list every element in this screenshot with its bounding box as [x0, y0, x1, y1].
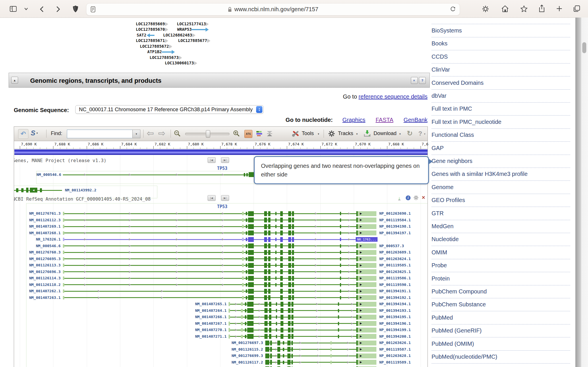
exon[interactable] — [330, 361, 332, 364]
cds-end-box[interactable]: ► — [356, 334, 376, 339]
exon[interactable] — [268, 211, 270, 216]
cds-end-box[interactable]: ► — [356, 341, 376, 345]
transcript-accession-label[interactable]: NM_001407271.1 — [189, 334, 227, 339]
sidebar-item-dbvar[interactable]: dbVar — [432, 89, 570, 103]
exon[interactable] — [276, 302, 277, 306]
neighbor-gene-label[interactable]: SAT2 — [137, 33, 146, 37]
exon[interactable] — [340, 289, 341, 293]
exon[interactable] — [246, 225, 247, 228]
exon[interactable] — [283, 341, 284, 345]
exon[interactable] — [264, 321, 268, 326]
sidebar-item-medgen[interactable]: MedGen — [432, 220, 570, 233]
coordinate-ruler[interactable]: 7,690 K7,688 K7,686 K7,684 K7,682 K7,680… — [14, 141, 428, 149]
zoom-slider-thumb[interactable] — [206, 130, 210, 138]
exon[interactable] — [247, 302, 254, 307]
exon[interactable] — [63, 212, 64, 215]
sidebar-item-functional-class[interactable]: Functional Class — [432, 128, 570, 142]
exon[interactable] — [288, 295, 291, 300]
exon[interactable] — [246, 251, 247, 254]
exon[interactable] — [288, 315, 291, 320]
exon[interactable] — [287, 360, 291, 365]
exon[interactable] — [248, 269, 254, 274]
exon[interactable] — [229, 309, 230, 313]
sidebar-item-gene-neighbors[interactable]: Gene neighbors — [432, 155, 570, 168]
exon[interactable] — [292, 269, 294, 274]
exon[interactable] — [265, 341, 269, 345]
exon[interactable] — [280, 230, 283, 235]
exon[interactable] — [288, 218, 291, 222]
exon[interactable] — [248, 295, 254, 300]
protein-accession-label[interactable]: NP_001394191.1 — [379, 289, 411, 293]
exon[interactable] — [291, 360, 293, 364]
transcript-line[interactable] — [63, 233, 358, 233]
exon[interactable] — [264, 276, 267, 281]
viewer-help-icon[interactable]: ? — [418, 130, 422, 137]
exon[interactable] — [280, 250, 283, 255]
exon[interactable] — [268, 224, 270, 229]
exon[interactable] — [242, 231, 244, 235]
cds-end-box[interactable]: ► — [356, 302, 376, 307]
exon[interactable] — [246, 212, 247, 215]
exon[interactable] — [292, 243, 294, 248]
transcript-line[interactable] — [63, 174, 258, 175]
home-icon[interactable] — [501, 5, 509, 13]
exon[interactable] — [292, 230, 294, 235]
neighbor-gene-label[interactable]: LOC127885671 — [136, 38, 165, 43]
exon[interactable] — [264, 256, 267, 261]
exon[interactable] — [340, 270, 341, 274]
exon[interactable] — [340, 251, 341, 254]
exon[interactable] — [241, 302, 243, 306]
exon[interactable] — [288, 224, 291, 229]
exon[interactable] — [270, 360, 272, 365]
exon[interactable] — [291, 354, 293, 358]
exon[interactable] — [241, 328, 243, 332]
neighbor-gene-label[interactable]: ATP1B2 — [147, 49, 162, 54]
cds-end-box[interactable]: ► — [356, 211, 376, 216]
cds-end-box[interactable]: ► — [356, 353, 376, 358]
exon[interactable] — [340, 283, 341, 287]
exon[interactable] — [268, 256, 270, 261]
protein-accession-label[interactable]: NP_001263690.1 — [379, 211, 411, 216]
exon[interactable] — [280, 269, 283, 274]
exon[interactable] — [63, 270, 64, 274]
exon[interactable] — [277, 360, 280, 365]
exon[interactable] — [288, 250, 291, 255]
protein-accession-label[interactable]: NP_000537.3 — [379, 244, 404, 248]
exon[interactable] — [288, 263, 291, 268]
neighbor-gene-label[interactable]: LOC127885669 — [136, 22, 165, 26]
exon[interactable] — [264, 315, 268, 320]
transcript-line[interactable] — [63, 220, 358, 220]
neighbor-gene-label[interactable]: WRAP53 — [177, 27, 192, 32]
genbank-link[interactable]: GenBank — [404, 117, 428, 123]
exon[interactable] — [242, 238, 244, 241]
neighbor-gene-label[interactable]: LOC130060173 — [165, 61, 194, 65]
cds-end-box[interactable]: ► — [356, 347, 376, 352]
cds-end-box[interactable]: ► — [356, 289, 376, 294]
section-help-button[interactable]: ? — [419, 77, 426, 84]
sidebar-item-books[interactable]: Books — [432, 37, 570, 50]
transcript-accession-label[interactable]: NM_001276695.3 — [23, 257, 61, 261]
exon[interactable] — [248, 282, 254, 287]
exon[interactable] — [242, 251, 244, 254]
exon[interactable] — [63, 231, 64, 235]
sidebar-item-biosystems[interactable]: BioSystems — [432, 24, 570, 37]
exon[interactable] — [292, 218, 294, 222]
exon[interactable] — [338, 309, 339, 312]
protein-accession-label[interactable]: NP_001263626.1 — [379, 341, 411, 345]
sidebar-item-gap[interactable]: GAP — [432, 142, 570, 155]
exon[interactable] — [338, 335, 339, 338]
cds-end-box[interactable]: ► — [356, 256, 376, 261]
cds-end-box[interactable]: ► — [356, 282, 376, 287]
zoom-in-icon[interactable] — [233, 130, 240, 139]
exon[interactable] — [291, 334, 293, 339]
transcript-accession-label[interactable]: NM_001276761.3 — [23, 211, 61, 216]
exon[interactable] — [275, 276, 276, 280]
exon[interactable] — [288, 256, 291, 261]
protein-accession-label[interactable]: NP_001119585.1 — [379, 263, 411, 267]
exon[interactable] — [264, 302, 268, 307]
page-last-button[interactable]: ▶| — [221, 195, 229, 201]
exon[interactable] — [264, 211, 267, 216]
exon[interactable] — [229, 302, 230, 306]
transcript-line[interactable] — [63, 291, 358, 292]
exon[interactable] — [268, 263, 270, 268]
